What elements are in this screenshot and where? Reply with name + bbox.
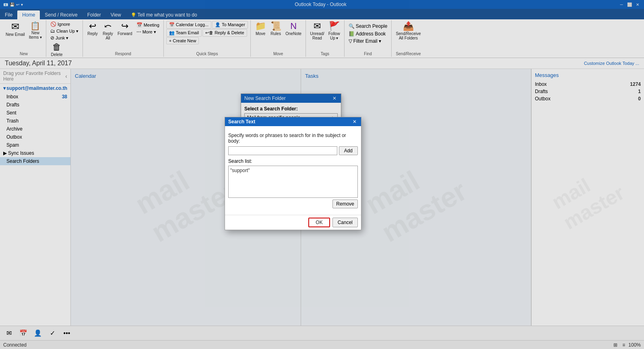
search-text-dialog-body: Specify words or phrases to search for i… (225, 126, 361, 215)
remove-button[interactable]: Remove (332, 199, 358, 208)
add-button[interactable]: Add (339, 146, 358, 155)
search-input-row: Add (228, 146, 358, 155)
search-text-input[interactable] (228, 146, 337, 155)
search-list-item: "support" (230, 168, 356, 173)
search-text-instruction: Specify words or phrases to search for i… (228, 133, 358, 144)
search-text-footer: OK Cancel (225, 215, 361, 230)
search-text-dialog: Search Text ✕ Specify words or phrases t… (225, 117, 361, 230)
search-list-label: Search list: (228, 158, 358, 164)
search-text-dialog-title-bar: Search Text ✕ (225, 117, 361, 126)
search-text-cancel-button[interactable]: Cancel (332, 218, 358, 227)
search-text-dialog-close[interactable]: ✕ (351, 119, 358, 125)
search-list-box[interactable]: "support" (228, 166, 358, 198)
search-text-title: Search Text (228, 119, 255, 125)
search-text-ok-button[interactable]: OK (308, 218, 330, 227)
